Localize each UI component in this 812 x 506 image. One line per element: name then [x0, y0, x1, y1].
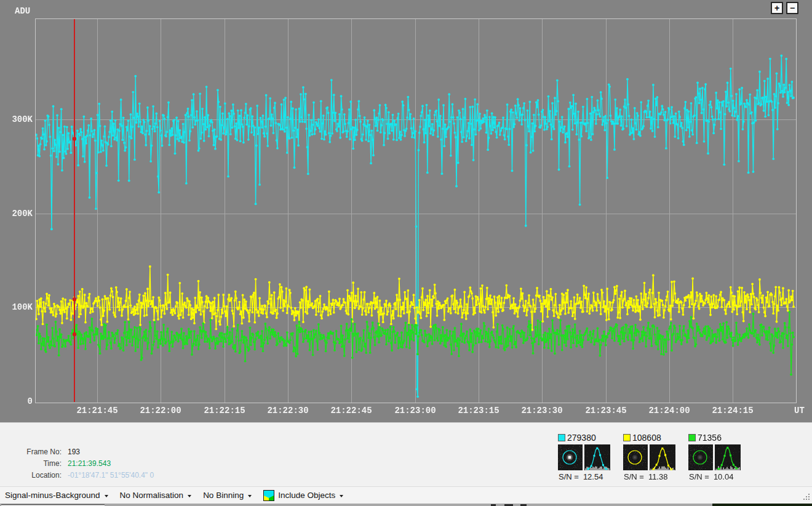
series-color-swatch [688, 434, 696, 441]
series-color-swatch [558, 434, 565, 441]
chevron-down-icon [105, 495, 108, 497]
legend-thumbnails [623, 444, 683, 470]
sn-value: 12.54 [583, 472, 603, 481]
frame-no-label: Frame No: [7, 448, 68, 456]
series-intensity-value: 71356 [698, 433, 722, 443]
background-window-edge [712, 504, 812, 506]
x-tick-label: 21:24:15 [705, 406, 760, 416]
signal-to-noise: S/N = 10.04 [689, 472, 749, 481]
time-label: Time: [7, 459, 68, 468]
sn-label: S/N = [624, 472, 644, 481]
x-tick-label: 21:21:45 [70, 406, 125, 416]
dropdown-signal-mode[interactable]: Signal-minus-Background [5, 491, 108, 500]
y-tick-label: 300K [4, 114, 33, 124]
legend-header: 279380 [558, 433, 618, 442]
signal-to-noise: S/N = 12.54 [559, 472, 618, 481]
legend-group-object-1: 279380 S/N = 12.54 [555, 433, 618, 481]
dropdown-label: No Binning [203, 491, 244, 500]
dropdown-label: No Normalisation [120, 491, 184, 500]
location-value: -01°18'47.1" 51°55'40.4" 0 [68, 471, 154, 480]
location-label: Location: [7, 471, 68, 480]
y-tick-label: 200K [4, 209, 33, 219]
chevron-down-icon [188, 495, 191, 497]
dropdown-include-objects[interactable]: Include Objects [263, 490, 343, 501]
x-tick-label: 21:23:30 [514, 406, 570, 416]
series-intensity-value: 279380 [567, 433, 596, 443]
x-tick-label: 21:22:15 [197, 406, 252, 416]
star-image-thumbnail [558, 444, 583, 470]
x-tick-label: 21:23:00 [388, 406, 443, 416]
series-intensity-value: 108608 [632, 433, 661, 443]
zoom-in-button[interactable]: + [771, 2, 783, 14]
light-curve-window: ADU UT 21:21:4521:22:0021:22:1521:22:302… [0, 0, 812, 506]
dropdown-binning[interactable]: No Binning [203, 491, 252, 500]
signal-to-noise: S/N = 11.38 [624, 472, 683, 481]
dropdown-label: Signal-minus-Background [5, 491, 100, 500]
chevron-down-icon [340, 495, 343, 497]
legend-group-object-3: 71356 S/N = 10.04 [686, 433, 749, 481]
dropdown-label: Include Objects [278, 491, 335, 500]
legend-thumbnails [558, 444, 618, 470]
sn-value: 11.38 [648, 472, 668, 481]
legend-header: 71356 [688, 433, 749, 442]
psf-profile-thumbnail [650, 444, 675, 470]
star-image-thumbnail [688, 444, 713, 470]
psf-profile-thumbnail [584, 444, 610, 470]
star-image-thumbnail [623, 444, 648, 470]
time-row: Time: 21:21:39.543 [7, 457, 154, 469]
psf-profile-thumbnail [715, 444, 741, 470]
x-tick-label: 21:23:15 [451, 406, 506, 416]
dropdown-normalisation[interactable]: No Normalisation [120, 491, 192, 500]
legend-group-object-2: 108608 S/N = 11.38 [621, 433, 683, 481]
series-color-swatch [623, 434, 631, 441]
y-tick-label: 100K [4, 302, 33, 312]
include-objects-icon [263, 490, 274, 501]
frame-no-value: 193 [68, 448, 80, 456]
legend-header: 108608 [623, 433, 683, 442]
chevron-down-icon [248, 495, 252, 497]
zoom-out-button[interactable]: − [786, 2, 798, 14]
time-value: 21:21:39.543 [68, 459, 111, 468]
y-tick-label: 0 [4, 396, 33, 406]
legend-thumbnails [688, 444, 749, 470]
x-tick-label: 21:22:30 [260, 406, 316, 416]
sn-value: 10.04 [714, 472, 734, 481]
light-curve-plot[interactable] [0, 0, 812, 422]
x-tick-label: 21:22:45 [324, 406, 379, 416]
x-tick-label: 21:22:00 [133, 406, 188, 416]
x-tick-label: 21:24:00 [642, 406, 697, 416]
sn-label: S/N = [559, 472, 579, 481]
x-axis-title: UT [794, 406, 805, 416]
bottom-toolbar: Signal-minus-Background No Normalisation… [0, 486, 812, 504]
frame-info: Frame No: 193 Time: 21:21:39.543 Locatio… [7, 446, 154, 481]
x-tick-label: 21:23:45 [578, 406, 634, 416]
sn-label: S/N = [689, 472, 709, 481]
background-window-sliver [0, 504, 812, 506]
info-panel: Frame No: 193 Time: 21:21:39.543 Locatio… [0, 422, 812, 486]
frame-no-row: Frame No: 193 [7, 446, 154, 457]
location-row: Location: -01°18'47.1" 51°55'40.4" 0 [7, 469, 154, 481]
y-axis-title: ADU [15, 6, 30, 16]
resize-grip-icon[interactable] [802, 492, 811, 501]
